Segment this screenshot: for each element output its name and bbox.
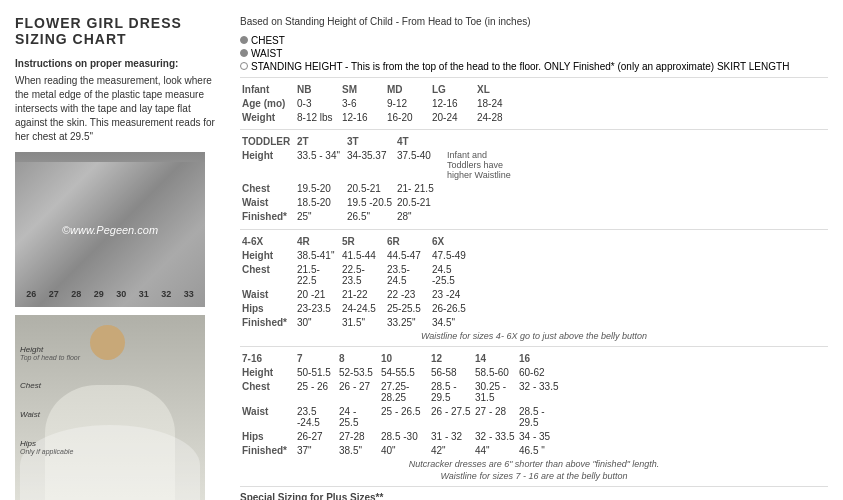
size46x-hips-row: Hips 23-23.5 24-24.5 25-25.5 26-26.5	[240, 302, 828, 315]
toddler-chest-empty	[445, 182, 520, 195]
s46-finished-6x: 34.5"	[430, 316, 475, 329]
infant-col-xl: XL	[475, 83, 520, 96]
right-column: Based on Standing Height of Child - From…	[240, 15, 828, 500]
toddler-finished-2t: 25"	[295, 210, 345, 223]
bullet-height: STANDING HEIGHT - This is from the top o…	[240, 61, 828, 72]
infant-weight-nb: 8-12 lbs	[295, 111, 340, 124]
infant-header-row: Infant NB SM MD LG XL	[240, 83, 828, 96]
s716-hips-10: 28.5 -30	[379, 430, 429, 443]
size4-6x-section: 4-6X 4R 5R 6R 6X Height 38.5-41" 41.5-44…	[240, 235, 828, 341]
toddler-finished-label: Finished*	[240, 210, 295, 223]
toddler-header-area: TODDLER 2T 3T 4T Height 33.5 - 34" 34-35…	[240, 135, 828, 224]
tape-measure-image: 2627282930313233 ©www.Pegeen.com	[15, 152, 205, 307]
intro-text: Based on Standing Height of Child - From…	[240, 15, 828, 29]
infant-col-lg: LG	[430, 83, 475, 96]
height-text: Height	[20, 345, 80, 354]
toddler-chest-label: Chest	[240, 182, 295, 195]
infant-col-nb: NB	[295, 83, 340, 96]
hips-label: Hips Only if applicable	[20, 439, 80, 455]
toddler-waist-label: Waist	[240, 196, 295, 209]
s46-hips-6r: 25-25.5	[385, 302, 430, 315]
s716-chest-label: Chest	[240, 380, 295, 404]
toddler-col-4t: 4T	[395, 135, 445, 148]
toddler-chest-row: Chest 19.5-20 20.5-21 21- 21.5	[240, 182, 520, 195]
instructions-body: When reading the measurement, look where…	[15, 75, 215, 142]
s716-chest-10: 27.25-28.25	[379, 380, 429, 404]
toddler-section: TODDLER 2T 3T 4T Height 33.5 - 34" 34-35…	[240, 135, 828, 224]
toddler-waist-row: Waist 18.5-20 19.5 -20.5 20.5-21	[240, 196, 520, 209]
s716-chest-12: 28.5 - 29.5	[429, 380, 473, 404]
s46-chest-6x: 24.5 -25.5	[430, 263, 475, 287]
toddler-waist-note: Infant and Toddlers have higher Waistlin…	[445, 149, 520, 181]
toddler-col-note	[445, 135, 520, 148]
infant-weight-row: Weight 8-12 lbs 12-16 16-20 20-24 24-28	[240, 111, 828, 124]
s716-waist-12: 26 - 27.5	[429, 405, 473, 429]
divider-2	[240, 129, 828, 130]
size716-finished-row: Finished* 37" 38.5" 40" 42" 44" 46.5 "	[240, 444, 828, 457]
bullet-chest: CHEST	[240, 35, 828, 46]
infant-section: Infant NB SM MD LG XL Age (mo) 0-3 3-6 9…	[240, 83, 828, 124]
s716-finished-label: Finished*	[240, 444, 295, 457]
s46-finished-4r: 30"	[295, 316, 340, 329]
toddler-height-4t: 37.5-40	[395, 149, 445, 181]
size46x-waist-row: Waist 20 -21 21-22 22 -23 23 -24	[240, 288, 828, 301]
bullet-chest-text: CHEST	[251, 35, 285, 46]
s716-height-16: 60-62	[517, 366, 561, 379]
infant-age-row: Age (mo) 0-3 3-6 9-12 12-16 18-24	[240, 97, 828, 110]
divider-1	[240, 77, 828, 78]
toddler-finished-3t: 26.5"	[345, 210, 395, 223]
s716-hips-12: 31 - 32	[429, 430, 473, 443]
left-column: FLOWER GIRL DRESS SIZING CHART Instructi…	[15, 15, 225, 500]
s46-hips-4r: 23-23.5	[295, 302, 340, 315]
size716-header-row: 7-16 7 8 10 12 14 16	[240, 352, 828, 365]
infant-age-label: Age (mo)	[240, 97, 295, 110]
s716-finished-16: 46.5 "	[517, 444, 561, 457]
size716-height-row: Height 50-51.5 52-53.5 54-55.5 56-58 58.…	[240, 366, 828, 379]
s46-chest-label: Chest	[240, 263, 295, 287]
bullet-dot-chest	[240, 36, 248, 44]
s716-height-14: 58.5-60	[473, 366, 517, 379]
s716-height-7: 50-51.5	[295, 366, 337, 379]
toddler-height-label: Height	[240, 149, 295, 181]
page-container: FLOWER GIRL DRESS SIZING CHART Instructi…	[0, 0, 843, 500]
bullet-dot-waist	[240, 49, 248, 57]
infant-header-label: Infant	[240, 83, 295, 96]
size716-col-14: 14	[473, 352, 517, 365]
s716-finished-12: 42"	[429, 444, 473, 457]
toddler-finished-empty	[445, 210, 520, 223]
s716-hips-7: 26-27	[295, 430, 337, 443]
s716-height-8: 52-53.5	[337, 366, 379, 379]
s716-hips-8: 27-28	[337, 430, 379, 443]
divider-4	[240, 346, 828, 347]
plus-header: Special Sizing for Plus Sizes**	[240, 492, 828, 500]
size46x-height-row: Height 38.5-41" 41.5-44 44.5-47 47.5-49	[240, 249, 828, 262]
s716-chest-8: 26 - 27	[337, 380, 379, 404]
size46x-col-6r: 6R	[385, 235, 430, 248]
infant-weight-label: Weight	[240, 111, 295, 124]
bullet-dot-height	[240, 62, 248, 70]
s46-waist-6x: 23 -24	[430, 288, 475, 301]
s46-waist-label: Waist	[240, 288, 295, 301]
toddler-chest-3t: 20.5-21	[345, 182, 395, 195]
size716-col-16: 16	[517, 352, 561, 365]
s46-chest-4r: 21.5-22.5	[295, 263, 340, 287]
size46x-finished-row: Finished* 30" 31.5" 33.25" 34.5"	[240, 316, 828, 329]
instructions-section: Instructions on proper measuring: When r…	[15, 57, 225, 144]
toddler-waist-4t: 20.5-21	[395, 196, 445, 209]
toddler-finished-4t: 28"	[395, 210, 445, 223]
s716-finished-8: 38.5"	[337, 444, 379, 457]
hips-subtext: Only if applicable	[20, 448, 80, 455]
size716-col-7: 7	[295, 352, 337, 365]
watermark: ©www.Pegeen.com	[62, 224, 158, 236]
s46-waist-5r: 21-22	[340, 288, 385, 301]
infant-weight-xl: 24-28	[475, 111, 520, 124]
size716-hips-row: Hips 26-27 27-28 28.5 -30 31 - 32 32 - 3…	[240, 430, 828, 443]
height-subtext: Top of head to floor	[20, 354, 80, 361]
hips-text: Hips	[20, 439, 80, 448]
s46-height-6x: 47.5-49	[430, 249, 475, 262]
toddler-left: TODDLER 2T 3T 4T Height 33.5 - 34" 34-35…	[240, 135, 520, 224]
size46x-note: Waistline for sizes 4- 6X go to just abo…	[240, 331, 828, 341]
s46-height-6r: 44.5-47	[385, 249, 430, 262]
s716-finished-14: 44"	[473, 444, 517, 457]
s716-height-12: 56-58	[429, 366, 473, 379]
